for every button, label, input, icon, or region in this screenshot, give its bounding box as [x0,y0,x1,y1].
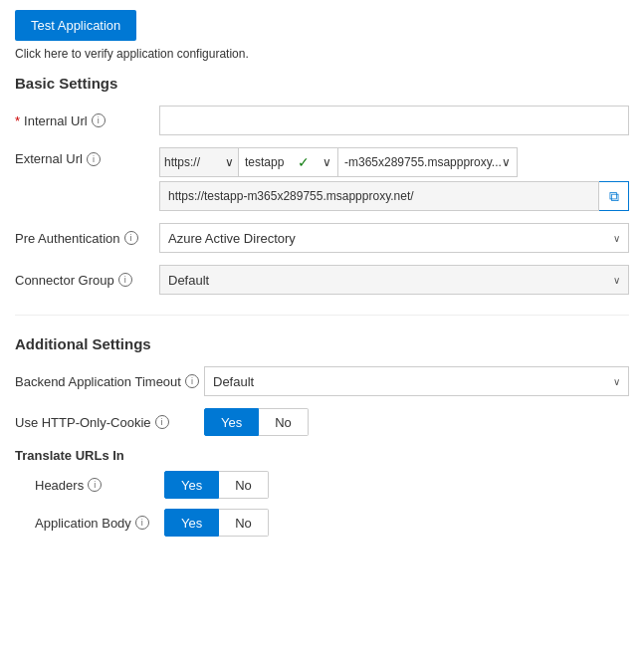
copy-url-button[interactable]: ⧉ [599,181,629,211]
copy-icon: ⧉ [609,188,619,205]
app-body-label: Application Body i [35,516,164,531]
internal-url-label-text: Internal Url [24,113,88,128]
protocol-value: https:// [164,155,200,169]
backend-timeout-info-icon[interactable]: i [185,374,199,388]
connector-group-arrow-icon: ∨ [613,275,620,286]
app-body-no-button[interactable]: No [219,509,269,537]
external-url-full-text: https://testapp-m365x289755.msappproxy.n… [159,181,599,211]
connector-group-row: Connector Group i Default ∨ [15,265,629,295]
http-cookie-row: Use HTTP-Only-Cookie i Yes No [15,408,629,436]
subdomain-dropdown[interactable]: testapp ✓ ∨ [239,147,338,177]
app-body-row: Application Body i Yes No [15,509,629,537]
connector-group-value: Default [168,273,209,288]
test-application-button[interactable]: Test Application [15,10,136,41]
subdomain-arrow: ∨ [322,155,331,169]
domain-arrow: ∨ [502,155,511,169]
backend-timeout-row: Backend Application Timeout i Default ∨ [15,366,629,396]
app-body-label-text: Application Body [35,516,131,531]
connector-group-dropdown[interactable]: Default ∨ [159,265,629,295]
protocol-arrow: ∨ [225,155,234,169]
connector-group-info-icon[interactable]: i [118,273,132,287]
http-cookie-label: Use HTTP-Only-Cookie i [15,415,204,430]
app-body-toggle: Yes No [164,509,269,537]
domain-dropdown[interactable]: -m365x289755.msappproxy... ∨ [338,147,518,177]
internal-url-label: * Internal Url i [15,113,159,128]
backend-timeout-value: Default [213,374,254,389]
pre-auth-dropdown-area: Azure Active Directory ∨ [159,223,629,253]
external-url-row: External Url i https:// ∨ testapp ✓ ∨ -m… [15,147,629,211]
domain-value: -m365x289755.msappproxy... [344,155,502,169]
basic-settings-title: Basic Settings [15,75,629,92]
http-cookie-label-text: Use HTTP-Only-Cookie [15,415,151,430]
http-cookie-yes-button[interactable]: Yes [204,408,259,436]
subdomain-value: testapp [245,155,284,169]
pre-auth-label: Pre Authentication i [15,231,159,246]
external-url-label-text: External Url [15,151,83,166]
headers-label-text: Headers [35,478,84,493]
external-url-parts: https:// ∨ testapp ✓ ∨ -m365x289755.msap… [159,147,629,177]
backend-timeout-label-text: Backend Application Timeout [15,374,181,389]
http-cookie-no-button[interactable]: No [259,408,309,436]
headers-label: Headers i [35,478,164,493]
app-body-yes-button[interactable]: Yes [164,509,219,537]
subdomain-check-icon: ✓ [298,154,310,170]
connector-group-label-text: Connector Group [15,273,114,288]
backend-timeout-label: Backend Application Timeout i [15,374,204,389]
app-body-info-icon[interactable]: i [135,516,149,530]
pre-auth-dropdown[interactable]: Azure Active Directory ∨ [159,223,629,253]
section-divider [15,315,629,316]
pre-auth-value: Azure Active Directory [168,231,296,246]
internal-url-info-icon[interactable]: i [92,113,106,127]
translate-urls-section-label: Translate URLs In [15,448,629,463]
external-url-info-icon[interactable]: i [87,152,101,166]
internal-url-input[interactable] [159,106,629,135]
pre-auth-info-icon[interactable]: i [124,231,138,245]
backend-timeout-dropdown-area: Default ∨ [204,366,629,396]
pre-auth-label-text: Pre Authentication [15,231,120,246]
headers-row: Headers i Yes No [15,471,629,499]
protocol-dropdown[interactable]: https:// ∨ [159,147,239,177]
verify-text: Click here to verify application configu… [15,47,629,61]
external-url-label: External Url i [15,147,159,166]
internal-url-input-area [159,106,629,135]
backend-timeout-dropdown[interactable]: Default ∨ [204,366,629,396]
external-url-area: https:// ∨ testapp ✓ ∨ -m365x289755.msap… [159,147,629,211]
pre-auth-row: Pre Authentication i Azure Active Direct… [15,223,629,253]
backend-timeout-arrow-icon: ∨ [613,376,620,387]
headers-no-button[interactable]: No [219,471,269,499]
additional-settings-title: Additional Settings [15,335,629,352]
connector-group-dropdown-area: Default ∨ [159,265,629,295]
http-cookie-toggle: Yes No [204,408,309,436]
headers-yes-button[interactable]: Yes [164,471,219,499]
connector-group-label: Connector Group i [15,273,159,288]
required-star: * [15,113,20,128]
http-cookie-info-icon[interactable]: i [155,415,169,429]
headers-toggle: Yes No [164,471,269,499]
internal-url-row: * Internal Url i [15,106,629,135]
headers-info-icon[interactable]: i [88,478,102,492]
external-url-display: https://testapp-m365x289755.msappproxy.n… [159,181,629,211]
pre-auth-arrow-icon: ∨ [613,233,620,244]
